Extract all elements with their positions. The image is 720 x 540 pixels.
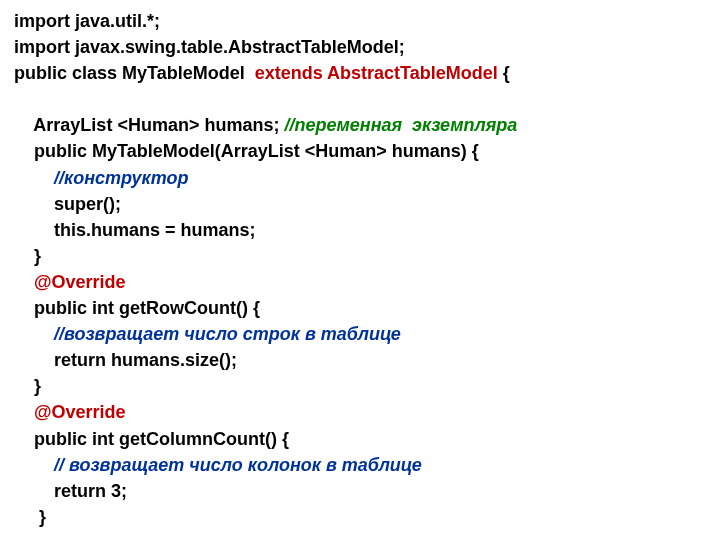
code-line: } <box>14 373 706 399</box>
code-line: this.humans = humans; <box>14 217 706 243</box>
code-line: @Override <box>14 399 706 425</box>
code-segment: // возвращает число колонок в таблице <box>54 455 422 475</box>
code-segment: import javax.swing.table.AbstractTableMo… <box>14 37 405 57</box>
code-line: import java.util.*; <box>14 8 706 34</box>
code-line: //конструктор <box>14 165 706 191</box>
code-segment: this.humans = humans; <box>54 220 256 240</box>
code-line: super(); <box>14 191 706 217</box>
code-line: public class MyTableModel extends Abstra… <box>14 60 706 86</box>
code-line: //возвращает число строк в таблице <box>14 321 706 347</box>
code-line: public int getColumnCount() { <box>14 426 706 452</box>
code-segment: } <box>34 376 41 396</box>
code-line: public MyTableModel(ArrayList <Human> hu… <box>14 138 706 164</box>
code-segment: public int getColumnCount() { <box>34 429 289 449</box>
code-line: // возвращает число колонок в таблице <box>14 452 706 478</box>
code-segment: } <box>34 507 46 527</box>
code-segment: } <box>34 246 41 266</box>
code-line: return humans.size(); <box>14 347 706 373</box>
code-segment: public MyTableModel(ArrayList <Human> hu… <box>34 141 479 161</box>
code-segment: { <box>498 63 510 83</box>
code-segment: @Override <box>34 272 126 292</box>
code-segment: import java.util.*; <box>14 11 160 31</box>
code-line: @Override <box>14 269 706 295</box>
code-segment: //переменная экземпляра <box>284 115 517 135</box>
code-line: } <box>14 243 706 269</box>
code-line: return 3; <box>14 478 706 504</box>
code-segment: ArrayList <Human> humans; <box>33 115 284 135</box>
code-segment: return 3; <box>54 481 127 501</box>
code-segment: return humans.size(); <box>54 350 237 370</box>
code-line: } <box>14 504 706 530</box>
code-segment: //конструктор <box>54 168 188 188</box>
code-line: import javax.swing.table.AbstractTableMo… <box>14 34 706 60</box>
code-segment: extends AbstractTableModel <box>255 63 498 83</box>
code-line <box>14 86 706 112</box>
code-block: import java.util.*;import javax.swing.ta… <box>14 8 706 530</box>
code-segment: @Override <box>34 402 126 422</box>
code-segment: public class MyTableModel <box>14 63 255 83</box>
code-segment <box>14 89 19 109</box>
code-segment: //возвращает число строк в таблице <box>54 324 401 344</box>
code-segment: super(); <box>54 194 121 214</box>
code-line: public int getRowCount() { <box>14 295 706 321</box>
code-line: ArrayList <Human> humans; //переменная э… <box>14 112 706 138</box>
code-segment: public int getRowCount() { <box>34 298 260 318</box>
